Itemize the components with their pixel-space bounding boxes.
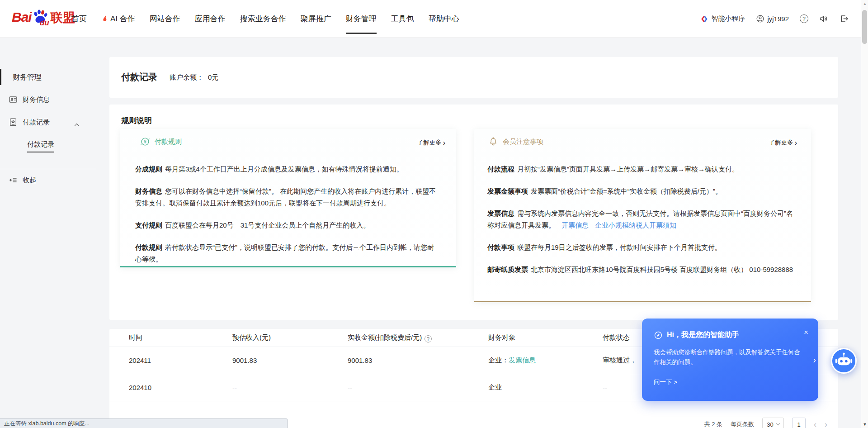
chevron-right-icon: › [795, 140, 797, 146]
col-time: 时间 [129, 333, 232, 342]
cell-time: 202410 [129, 384, 232, 391]
scrollbar-thumb[interactable] [862, 10, 867, 44]
nav-ai-cooperation[interactable]: AI 合作 [101, 0, 135, 38]
assistant-header: Hi，我是您的智能助手 [654, 330, 739, 340]
nav-search-cooperation[interactable]: 搜索业务合作 [240, 0, 286, 38]
invoice-info-table-link[interactable]: 发票信息 [509, 356, 536, 364]
baidu-union-logo[interactable]: Bai du 联盟 [12, 8, 75, 26]
status-text: 正在等待 xlab.baidu.com 的响应... [4, 420, 90, 428]
member-notice-card: 会员注意事项 了解更多 › 付款流程月初按“发票信息”页面开具发票→上传发票→邮… [474, 129, 811, 302]
logo-text-du: du [40, 19, 49, 28]
nav-home[interactable]: 首页 [71, 0, 87, 38]
rule-item: 支付规则百度联盟会在每月20号—31号支付企业会员上个自然月产生的收入。 [135, 219, 440, 231]
payment-rules-card: ¥ 付款规则 了解更多 › 分成规则每月第3或4个工作日产出上月分成信息及发票信… [120, 129, 456, 267]
miniprogram-link[interactable]: 智能小程序 [700, 14, 745, 23]
sidebar-item-payment-records[interactable]: 付款记录 [9, 118, 50, 127]
rule-label: 付款规则 [135, 243, 162, 251]
logout-icon[interactable] [840, 14, 849, 24]
rule-text: 发票票面“价税合计”金额=系统中“实收金额（扣除税费后/元）”。 [531, 187, 722, 195]
per-page-select[interactable]: 30 [762, 418, 784, 428]
rule-item: 发票信息需与系统内发票信息内容完全一致，否则无法支付。请根据发票信息页面中“百度… [487, 208, 797, 231]
cell-finance-target: 企业：发票信息 [488, 356, 603, 365]
logo-text-bai: Bai [12, 8, 32, 26]
page-title: 付款记录 [121, 71, 157, 83]
rule-text: 北京市海淀区西北旺东路10号院百度科技园5号楼 百度联盟财务组（收） 010-5… [531, 266, 793, 273]
member-notice-card-title: 会员注意事项 [503, 138, 543, 146]
rule-text: 联盟在每月19日之后签收的发票，付款时间安排在下个月首批支付。 [517, 243, 722, 251]
topbar-right-area: 智能小程序 jyj1992 ? [700, 0, 849, 38]
nav-app-cooperation[interactable]: 应用合作 [195, 0, 226, 38]
assistant-body: 我会帮助您诊断合作链路问题，以及解答您关于任何合作相关的问题。 [654, 347, 806, 367]
sidebar-subitem-payment-records[interactable]: 付款记录 [27, 140, 54, 152]
cell-actual: -- [348, 384, 488, 391]
compass-icon [654, 331, 663, 340]
sidebar-payment-records-label: 付款记录 [23, 118, 50, 127]
nav-home-label: 首页 [71, 14, 87, 24]
rule-item: 付款规则若付款状态显示“已支付”，说明联盟已安排了您的付款。支付后三个工作日内到… [135, 242, 440, 265]
browser-status-bar: 正在等待 xlab.baidu.com 的响应... [0, 418, 288, 428]
next-page-button[interactable]: › [825, 418, 827, 428]
payment-rules-card-header: ¥ 付款规则 [120, 129, 456, 154]
prev-page-button[interactable]: ‹ [814, 418, 816, 428]
scroll-down-arrow-icon[interactable]: ▼ [861, 422, 868, 427]
rule-label: 付款事项 [487, 243, 514, 251]
chevron-up-icon[interactable] [75, 121, 78, 128]
invoice-info-link[interactable]: 开票信息 [561, 221, 589, 229]
col-estimated-income: 预估收入(元) [232, 333, 348, 342]
id-card-icon [9, 95, 18, 104]
sidebar-finance-info-label: 财务信息 [23, 95, 50, 104]
page-scrollbar[interactable]: ▲ ▼ [861, 0, 868, 428]
page-canvas: Bai du 联盟 首页 AI 合作 网站合作 [0, 0, 868, 428]
rule-label: 分成规则 [135, 165, 162, 173]
small-taxpayer-notice-link[interactable]: 企业小规模纳税人开票须知 [595, 221, 676, 229]
rule-label: 发票信息 [487, 209, 514, 217]
assistant-expand-arrow[interactable]: › [813, 355, 816, 365]
balance-label: 账户余额： [170, 73, 203, 81]
sidebar-item-finance-info[interactable]: 财务信息 [9, 95, 50, 104]
scroll-up-arrow-icon[interactable]: ▲ [861, 2, 868, 6]
nav-screen-promotion[interactable]: 聚屏推广 [301, 0, 331, 38]
help-icon[interactable]: ? [800, 14, 808, 23]
assistant-popup: Hi，我是您的智能助手 × 我会帮助您诊断合作链路问题，以及解答您关于任何合作相… [642, 319, 818, 401]
sidebar-divider [0, 169, 96, 169]
page-number-button[interactable]: 1 [792, 418, 806, 428]
payment-rules-more-link[interactable]: 了解更多 › [417, 138, 445, 147]
balance-value: 0元 [208, 73, 218, 81]
cell-actual: 9001.83 [348, 357, 488, 364]
cell-estimated: -- [232, 384, 348, 391]
assistant-ask-link[interactable]: 问一下 > [654, 378, 677, 386]
rule-item: 财务信息您可以在财务信息中选择“保留付款”。 在此期间您产生的收入将在账户内进行… [135, 185, 440, 209]
main-nav: 首页 AI 合作 网站合作 应用合作 搜索业务合作 聚屏推广 财务管理 工具包 … [71, 0, 459, 38]
sound-icon[interactable] [819, 14, 829, 24]
rule-item: 付款事项联盟在每月19日之后签收的发票，付款时间安排在下个月首批支付。 [487, 242, 797, 253]
rule-text: 每月第3或4个工作日产出上月分成信息及发票信息，如有特殊情况将提前通知。 [165, 165, 403, 173]
baidu-paw-icon: du [32, 8, 48, 26]
rule-label: 支付规则 [135, 221, 162, 229]
nav-screen-label: 聚屏推广 [301, 14, 331, 24]
page-header-panel: 付款记录 账户余额：0元 [109, 57, 838, 98]
nav-website-cooperation[interactable]: 网站合作 [150, 0, 180, 38]
rule-item: 付款流程月初按“发票信息”页面开具发票→上传发票→邮寄发票→审核→确认支付。 [487, 163, 797, 175]
rule-text: 若付款状态显示“已支付”，说明联盟已安排了您的付款。支付后三个工作日内到帐，请您… [135, 243, 434, 263]
svg-text:¥: ¥ [144, 139, 146, 144]
question-circle-icon[interactable]: ? [425, 335, 432, 342]
rule-label: 邮寄纸质发票 [487, 266, 528, 273]
col-finance-target: 财务对象 [488, 333, 603, 342]
username-label: jyj1992 [767, 15, 789, 23]
more-label: 了解更多 [417, 138, 442, 147]
cell-time: 202411 [129, 357, 232, 364]
nav-toolkit[interactable]: 工具包 [391, 0, 414, 38]
rule-text: 您可以在财务信息中选择“保留付款”。 在此期间您产生的收入将在账户内进行累计，联… [135, 187, 436, 207]
member-notice-more-link[interactable]: 了解更多 › [769, 138, 797, 147]
close-icon[interactable]: × [804, 328, 808, 336]
nav-help-center[interactable]: 帮助中心 [429, 0, 459, 38]
coin-icon: ¥ [140, 137, 150, 147]
nav-finance-label: 财务管理 [346, 14, 377, 24]
sidebar-collapse-button[interactable]: 收起 [9, 176, 36, 185]
assistant-robot-avatar[interactable] [830, 347, 857, 374]
user-account[interactable]: jyj1992 [756, 14, 789, 23]
per-page-value: 30 [767, 421, 773, 428]
top-navigation-bar: Bai du 联盟 首页 AI 合作 网站合作 [0, 0, 868, 38]
nav-finance-management[interactable]: 财务管理 [346, 0, 377, 38]
col-actual-amount-label: 实收金额(扣除税费后/元) [348, 333, 422, 341]
